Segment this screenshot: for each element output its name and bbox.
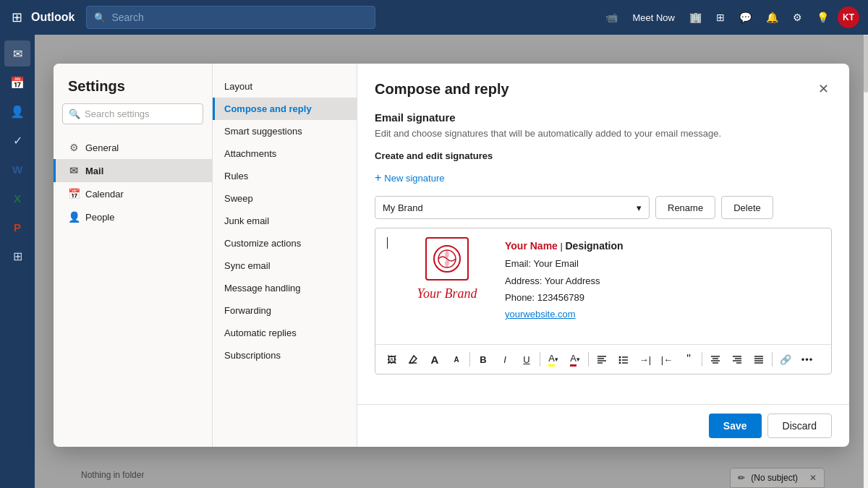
modal-overlay: Settings 🔍 ⚙ General ✉ Mail 📅	[35, 35, 868, 488]
more-toolbar-btn[interactable]: •••	[797, 349, 817, 369]
teams-icon[interactable]: 🏢	[684, 7, 707, 27]
new-signature-label: New signature	[384, 173, 444, 184]
svg-point-9	[619, 359, 621, 361]
eraser-toolbar-btn[interactable]	[403, 349, 423, 369]
sig-email: Email: Your Email	[505, 255, 624, 272]
nav-apps[interactable]: ⊞	[4, 243, 30, 269]
avatar[interactable]: KT	[838, 7, 859, 28]
underline-toolbar-btn[interactable]: U	[516, 349, 537, 369]
nav-calendar[interactable]: 📅	[4, 69, 30, 95]
settings-nav-calendar[interactable]: 📅 Calendar	[54, 182, 212, 205]
align-right-toolbar-btn[interactable]	[727, 349, 747, 369]
sig-designation: Designation	[566, 240, 624, 252]
highlight-toolbar-btn[interactable]: A▾	[543, 349, 563, 369]
meet-now-button[interactable]: Meet Now	[626, 9, 681, 26]
general-icon: ⚙	[68, 142, 80, 153]
plus-icon: +	[375, 171, 381, 184]
toolbar-divider-1	[469, 352, 470, 367]
image-toolbar-btn[interactable]: 🖼	[381, 349, 401, 369]
settings-nav-mail[interactable]: ✉ Mail	[54, 159, 212, 182]
brand-logo-icon	[425, 237, 469, 281]
cursor	[387, 237, 388, 249]
search-icon: 🔍	[94, 12, 106, 23]
signature-editor[interactable]: Your Brand Your Name | Designation Email…	[375, 228, 832, 374]
help-icon[interactable]: 💡	[811, 7, 835, 27]
mail-nav-icon: ✉	[68, 165, 80, 176]
discard-button[interactable]: Discard	[767, 414, 832, 438]
nav-calendar-label: Calendar	[85, 189, 124, 200]
close-button[interactable]: ✕	[815, 78, 832, 100]
settings-left-panel: Settings 🔍 ⚙ General ✉ Mail 📅	[54, 64, 213, 447]
bold-toolbar-btn[interactable]: B	[473, 349, 493, 369]
font-size-large-btn[interactable]: A	[425, 349, 445, 369]
middle-sweep[interactable]: Sweep	[213, 187, 357, 210]
notifications-icon[interactable]: 🔔	[760, 7, 784, 27]
nav-people[interactable]: 👤	[4, 98, 30, 124]
outdent-toolbar-btn[interactable]: |←	[657, 349, 677, 369]
rename-button[interactable]: Rename	[655, 196, 715, 219]
align-left-toolbar-btn[interactable]	[592, 349, 612, 369]
office-icon[interactable]: ⊞	[710, 7, 731, 27]
search-bar[interactable]: 🔍	[86, 6, 375, 29]
toolbar-divider-5	[772, 352, 773, 367]
search-input[interactable]	[111, 12, 367, 23]
settings-search-box[interactable]: 🔍	[62, 103, 203, 124]
middle-compose-reply[interactable]: Compose and reply	[213, 98, 357, 120]
grid-icon[interactable]: ⊞	[9, 7, 25, 28]
settings-search-input[interactable]	[85, 108, 197, 119]
feedback-icon[interactable]: 💬	[733, 7, 757, 27]
font-color-toolbar-btn[interactable]: A▾	[565, 349, 585, 369]
editor-content: Your Brand Your Name | Designation Email…	[375, 228, 831, 344]
svg-point-7	[619, 356, 621, 359]
nav-powerpoint[interactable]: P	[4, 214, 30, 240]
middle-smart-suggestions[interactable]: Smart suggestions	[213, 120, 357, 142]
nav-tasks[interactable]: ✓	[4, 127, 30, 153]
dropdown-chevron-icon: ▾	[637, 202, 642, 213]
sig-website: yourwebsite.com	[505, 306, 624, 322]
middle-forwarding[interactable]: Forwarding	[213, 299, 357, 322]
main-area: Nothing in folder ✏ (No subject) ✕ Setti…	[35, 35, 868, 488]
middle-attachments[interactable]: Attachments	[213, 142, 357, 165]
signature-select[interactable]: My Brand ▾	[375, 196, 650, 219]
save-button[interactable]: Save	[709, 414, 762, 438]
sig-separator: |	[561, 241, 566, 252]
middle-layout[interactable]: Layout	[213, 75, 357, 98]
settings-icon[interactable]: ⚙	[787, 7, 808, 27]
nav-excel[interactable]: X	[4, 185, 30, 211]
video-icon[interactable]: 📹	[600, 7, 624, 27]
middle-subscriptions[interactable]: Subscriptions	[213, 344, 357, 367]
signature-controls: My Brand ▾ Rename Delete	[375, 196, 832, 219]
middle-junk-email[interactable]: Junk email	[213, 210, 357, 232]
middle-sync-email[interactable]: Sync email	[213, 254, 357, 277]
new-signature-button[interactable]: + New signature	[375, 168, 444, 187]
font-size-small-btn[interactable]: A	[446, 349, 467, 369]
left-nav: ✉ 📅 👤 ✓ W X P ⊞	[0, 35, 35, 488]
nav-mail[interactable]: ✉	[4, 40, 30, 67]
align-center-toolbar-btn[interactable]	[705, 349, 726, 369]
middle-message-handling[interactable]: Message handling	[213, 277, 357, 299]
right-panel-content: Email signature Edit and choose signatur…	[357, 100, 849, 404]
italic-toolbar-btn[interactable]: I	[495, 349, 515, 369]
signature-name: My Brand	[383, 202, 423, 213]
nav-mail-label: Mail	[85, 166, 103, 176]
settings-nav-people[interactable]: 👤 People	[54, 205, 212, 228]
nav-word[interactable]: W	[4, 156, 30, 182]
topbar: ⊞ Outlook 🔍 📹 Meet Now 🏢 ⊞ 💬 🔔 ⚙ 💡 KT	[0, 0, 868, 35]
editor-toolbar: 🖼 A A B I U A▾	[375, 344, 831, 374]
bullets-toolbar-btn[interactable]	[613, 349, 634, 369]
middle-customize-actions[interactable]: Customize actions	[213, 232, 357, 254]
settings-nav-general[interactable]: ⚙ General	[54, 136, 212, 159]
sig-address: Address: Your Address	[505, 273, 624, 289]
section-desc: Edit and choose signatures that will be …	[375, 128, 832, 139]
justify-toolbar-btn[interactable]	[749, 349, 769, 369]
delete-button[interactable]: Delete	[721, 196, 773, 219]
middle-automatic-replies[interactable]: Automatic replies	[213, 322, 357, 344]
section-subtitle: Create and edit signatures	[375, 150, 832, 161]
settings-nav: ⚙ General ✉ Mail 📅 Calendar 👤 People	[54, 133, 212, 231]
quote-toolbar-btn[interactable]: "	[678, 349, 699, 369]
settings-middle-panel: Layout Compose and reply Smart suggestio…	[213, 64, 357, 447]
indent-toolbar-btn[interactable]: →|	[635, 349, 655, 369]
app-logo: Outlook	[31, 11, 75, 24]
link-toolbar-btn[interactable]: 🔗	[775, 349, 796, 369]
middle-rules[interactable]: Rules	[213, 165, 357, 187]
